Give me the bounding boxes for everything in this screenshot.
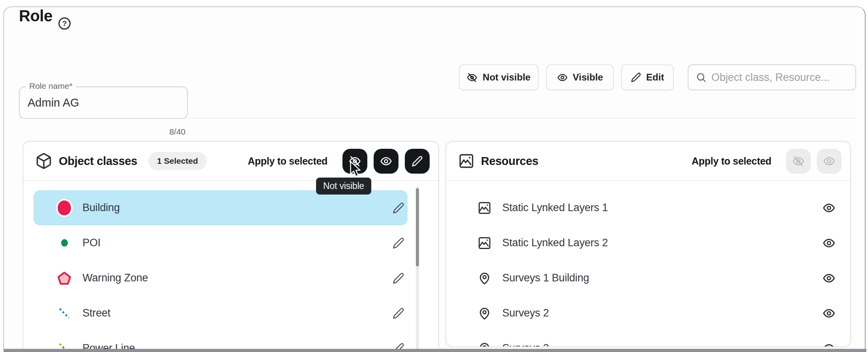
red-circle-icon	[56, 200, 72, 215]
resource-row[interactable]: Surveys 2	[456, 296, 840, 331]
char-count: 8/40	[19, 127, 185, 137]
resource-row[interactable]: Surveys 1 Building	[456, 260, 840, 296]
page-title: Role	[19, 7, 52, 25]
map-pin-icon	[477, 306, 492, 320]
scrollbar-thumb[interactable]	[416, 188, 419, 266]
horizontal-scrollbar[interactable]	[4, 349, 866, 352]
resources-list: Static Lynked Layers 1 Static Lynked Lay…	[446, 181, 850, 347]
apply-to-selected-label: Apply to selected	[692, 155, 771, 167]
eye-icon	[380, 155, 392, 167]
selected-count-badge: 1 Selected	[148, 152, 207, 170]
map-pin-icon	[477, 341, 492, 348]
visible-eye-icon[interactable]	[823, 237, 835, 249]
edit-icon[interactable]	[393, 307, 404, 319]
tooltip: Not visible	[316, 178, 371, 195]
object-classes-list: Building POI Warning Zone Street	[23, 181, 438, 352]
search-input[interactable]	[711, 71, 851, 84]
resources-header: Resources Apply to selected	[446, 142, 850, 181]
blue-dashed-line-icon	[56, 306, 72, 321]
resource-row[interactable]: Static Lynked Layers 1	[456, 190, 840, 225]
image-icon	[477, 236, 492, 250]
resources-title: Resources	[481, 155, 539, 168]
visible-button[interactable]: Visible	[546, 64, 614, 90]
visible-eye-icon[interactable]	[823, 272, 835, 285]
not-visible-button[interactable]: Not visible	[459, 64, 539, 90]
apply-visible-button-disabled[interactable]	[817, 149, 842, 174]
search-box[interactable]	[688, 64, 856, 90]
pink-pentagon-icon	[56, 270, 72, 286]
role-name-input[interactable]	[28, 87, 178, 118]
eye-off-icon	[349, 155, 361, 167]
edit-icon[interactable]	[393, 202, 404, 214]
eye-off-icon	[467, 72, 477, 83]
eye-icon	[557, 72, 568, 83]
pencil-icon	[631, 72, 641, 82]
resource-row[interactable]: Surveys 3	[456, 331, 840, 347]
object-class-row-street[interactable]: Street	[34, 296, 408, 331]
apply-to-selected-label: Apply to selected	[248, 155, 327, 167]
visible-button-label: Visible	[573, 72, 603, 83]
resource-row[interactable]: Static Lynked Layers 2	[456, 225, 840, 260]
apply-not-visible-button[interactable]	[342, 149, 367, 174]
image-icon	[458, 153, 475, 169]
green-dot-icon	[56, 239, 72, 247]
image-icon	[477, 201, 492, 215]
object-classes-panel: Object classes 1 Selected Apply to selec…	[22, 141, 439, 352]
search-icon	[696, 72, 707, 83]
eye-off-icon	[792, 155, 804, 167]
object-classes-header: Object classes 1 Selected Apply to selec…	[23, 142, 438, 181]
object-class-row-warning-zone[interactable]: Warning Zone	[34, 260, 408, 296]
edit-button-label: Edit	[646, 72, 664, 83]
edit-icon[interactable]	[393, 237, 404, 249]
visible-eye-icon[interactable]	[823, 202, 835, 214]
pencil-icon	[412, 155, 423, 167]
apply-visible-button[interactable]	[374, 149, 398, 174]
help-icon[interactable]: ?	[58, 17, 71, 30]
cube-icon	[35, 152, 52, 170]
resources-panel: Resources Apply to selected	[445, 141, 851, 347]
edit-icon[interactable]	[393, 272, 404, 284]
object-class-row-building[interactable]: Building	[34, 190, 408, 225]
visible-eye-icon[interactable]	[823, 342, 835, 348]
eye-icon	[823, 155, 835, 167]
section-divider	[19, 118, 855, 118]
visible-eye-icon[interactable]	[823, 307, 835, 320]
apply-not-visible-button-disabled[interactable]	[786, 149, 811, 174]
object-classes-title: Object classes	[59, 155, 137, 168]
edit-button[interactable]: Edit	[621, 64, 674, 90]
role-name-field: Role name*	[19, 86, 188, 119]
object-class-row-poi[interactable]: POI	[34, 225, 408, 260]
map-pin-icon	[477, 271, 492, 285]
apply-edit-button[interactable]	[405, 149, 430, 174]
not-visible-button-label: Not visible	[483, 72, 530, 83]
